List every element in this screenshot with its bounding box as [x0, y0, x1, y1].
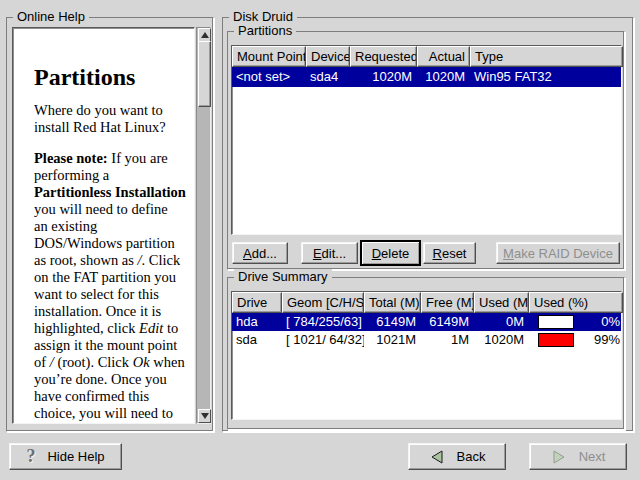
help-text-line: choice, you will need to: [34, 405, 186, 422]
help-text-line: performing a: [34, 167, 186, 184]
column-header-used[interactable]: Used (%): [529, 292, 623, 313]
arrow-right-icon: [551, 449, 567, 465]
column-header-free-m[interactable]: Free (M): [421, 292, 474, 313]
help-text-line: want to select for this: [34, 286, 186, 303]
drive-cell-drive: sda: [232, 331, 282, 349]
help-content: Partitions Where do you want toinstall R…: [13, 28, 194, 424]
drive-cell-used-pct: 99%: [529, 331, 623, 349]
help-text-line: highlighted, click Edit to: [34, 320, 186, 337]
help-text-line: you will need to define: [34, 201, 186, 218]
drive-cell-drive: hda: [232, 313, 282, 331]
back-label: Back: [457, 449, 486, 464]
button-label: Delete: [372, 246, 410, 261]
next-button[interactable]: Next: [529, 443, 627, 470]
partition-cell-requested: 1020M: [350, 67, 417, 87]
help-text-line: define the appropriate: [34, 422, 186, 424]
drive-summary-table-rows: hda[ 784/255/63]6149M6149M0M0%sda[ 1021/…: [232, 313, 621, 349]
column-header-mount-point[interactable]: Mount Point: [232, 46, 306, 67]
column-header-type[interactable]: Type: [470, 46, 623, 67]
make-raid-device-button[interactable]: Make RAID Device: [496, 242, 620, 264]
help-text-line: install Red Hat Linux?: [34, 119, 186, 136]
help-paragraph: Please note: If you areperforming aParti…: [34, 150, 186, 424]
hide-help-label: Hide Help: [47, 449, 104, 464]
drive-cell-total: 1021M: [364, 331, 421, 349]
scroll-up-icon[interactable]: [198, 28, 211, 42]
drive-cell-used: 0M: [474, 313, 529, 331]
drive-cell-free: 1M: [421, 331, 474, 349]
scrollbar-thumb[interactable]: [198, 41, 211, 107]
help-body: Where do you want toinstall Red Hat Linu…: [34, 102, 186, 424]
partition-row[interactable]: <not set>sda41020M1020MWin95 FAT32: [232, 67, 621, 87]
question-mark-icon: ?: [26, 446, 35, 467]
partition-cell-device: sda4: [306, 67, 350, 87]
drive-cell-used: 1020M: [474, 331, 529, 349]
drive-cell-geom: [ 1021/ 64/32]: [282, 331, 364, 349]
delete-button[interactable]: Delete: [360, 240, 421, 266]
drive-row[interactable]: hda[ 784/255/63]6149M6149M0M0%: [232, 313, 621, 331]
help-text-line: an existing: [34, 218, 186, 235]
used-percent-bar: [538, 333, 574, 347]
back-button[interactable]: Back: [408, 443, 506, 470]
partitions-table-rows: <not set>sda41020M1020MWin95 FAT32: [232, 67, 621, 87]
column-header-total-m[interactable]: Total (M): [364, 292, 421, 313]
button-label: Make RAID Device: [503, 246, 613, 261]
column-header-used-m[interactable]: Used (M): [474, 292, 529, 313]
column-header-drive[interactable]: Drive: [232, 292, 282, 313]
drive-row[interactable]: sda[ 1021/ 64/32]1021M1M1020M99%: [232, 331, 621, 349]
next-label: Next: [579, 449, 606, 464]
help-text-line: Where do you want to: [34, 102, 186, 119]
used-percent-bar-fill: [539, 334, 573, 346]
button-label: Edit...: [313, 246, 346, 261]
help-text-line: DOS/Windows partition: [34, 235, 186, 252]
help-text-line: Partitionless Installation: [34, 184, 186, 201]
drive-summary-table: DriveGeom [C/H/S]Total (M)Free (M)Used (…: [231, 291, 622, 420]
reset-button[interactable]: Reset: [423, 242, 476, 264]
partitions-table-header: Mount PointDeviceRequestedActualType: [232, 46, 621, 67]
column-header-device[interactable]: Device: [306, 46, 350, 67]
drive-summary-table-header: DriveGeom [C/H/S]Total (M)Free (M)Used (…: [232, 292, 621, 313]
hide-help-button[interactable]: ? Hide Help: [9, 443, 122, 470]
help-text-line: assign it the mount point: [34, 337, 186, 354]
drive-cell-free: 6149M: [421, 313, 474, 331]
add-button[interactable]: Add...: [232, 242, 288, 264]
help-text-line: on the FAT partition you: [34, 269, 186, 286]
used-percent-bar: [538, 315, 574, 329]
help-text-line: have confirmed this: [34, 388, 186, 405]
drive-cell-total: 6149M: [364, 313, 421, 331]
scroll-down-icon[interactable]: [198, 409, 211, 423]
partitions-frame-label: Partitions: [234, 23, 296, 39]
drive-cell-geom: [ 784/255/63]: [282, 313, 364, 331]
used-percent-label: 99%: [586, 331, 620, 349]
used-percent-label: 0%: [586, 313, 620, 331]
partition-cell-type: Win95 FAT32: [470, 67, 623, 87]
partition-cell-mount-point: <not set>: [232, 67, 306, 87]
drive-summary-frame-label: Drive Summary: [234, 269, 332, 285]
help-title: Partitions: [34, 64, 186, 90]
column-header-geom-c-h-s[interactable]: Geom [C/H/S]: [282, 292, 364, 313]
edit-button[interactable]: Edit...: [301, 242, 358, 264]
drive-cell-used-pct: 0%: [529, 313, 623, 331]
partitions-button-row: Add...Edit...DeleteResetMake RAID Device: [231, 240, 622, 266]
help-scrollbar[interactable]: [196, 27, 211, 424]
button-label: Reset: [433, 246, 467, 261]
column-header-requested[interactable]: Requested: [350, 46, 417, 67]
help-text-line: installation. Once it is: [34, 303, 186, 320]
partitions-table: Mount PointDeviceRequestedActualType <no…: [231, 45, 622, 235]
help-text-area: Partitions Where do you want toinstall R…: [12, 27, 195, 424]
help-text-line: you’re done. Once you: [34, 371, 186, 388]
help-text-line: as root, shown as /. Click: [34, 252, 186, 269]
help-text-line: Please note: If you are: [34, 150, 186, 167]
help-paragraph: Where do you want toinstall Red Hat Linu…: [34, 102, 186, 136]
online-help-frame-label: Online Help: [13, 9, 89, 25]
button-label: Add...: [243, 246, 277, 261]
help-text-line: of / (root). Click Ok when: [34, 354, 186, 371]
arrow-left-icon: [429, 449, 445, 465]
column-header-actual[interactable]: Actual: [417, 46, 470, 67]
partition-cell-actual: 1020M: [417, 67, 470, 87]
